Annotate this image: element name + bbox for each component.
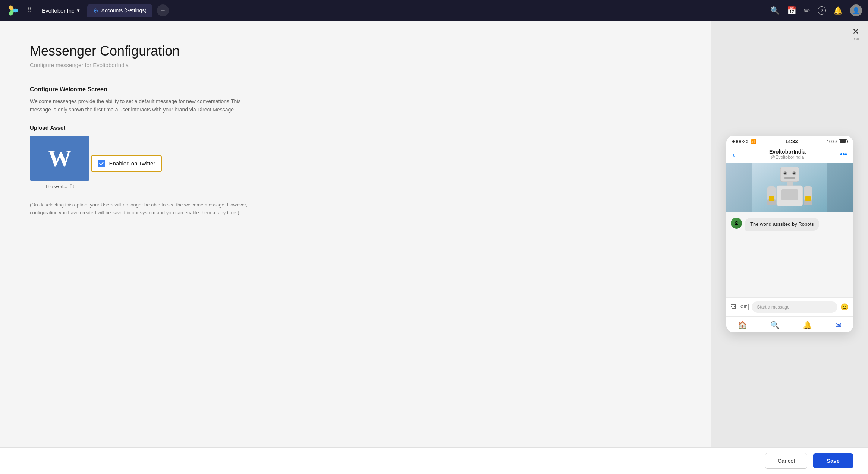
phone-message-area: ⚙ The world asssited by Robots <box>726 212 853 237</box>
asset-filename: The worl... <box>45 184 67 189</box>
account-switcher-button[interactable]: Evoltobor Inc ▾ <box>39 6 83 15</box>
emoji-icon[interactable]: 🙂 <box>840 303 849 311</box>
topnav-right-actions: 🔍 📅 ✏ ? 🔔 👤 <box>770 4 862 16</box>
svg-rect-10 <box>787 182 793 186</box>
app-logo <box>6 4 19 17</box>
phone-preview-panel: ✕ esc 📶 14:33 100% <box>711 21 868 447</box>
phone-chat-area: ⚙ The world asssited by Robots <box>726 163 853 297</box>
asset-letter: W <box>48 145 72 172</box>
asset-caption: The worl... T↕ <box>45 184 75 189</box>
close-preview-button[interactable]: ✕ esc <box>852 27 859 41</box>
phone-back-button[interactable]: ‹ <box>732 150 735 159</box>
phone-more-button[interactable]: ••• <box>840 151 847 158</box>
signal-dot-2 <box>736 140 738 143</box>
calendar-button[interactable]: 📅 <box>787 6 796 15</box>
avatar[interactable]: 👤 <box>850 4 862 16</box>
signal-dot-3 <box>739 140 741 143</box>
calendar-icon: 📅 <box>787 6 796 15</box>
svg-rect-18 <box>769 196 774 201</box>
signal-dots: 📶 <box>732 139 756 144</box>
main-content: Messenger Configuration Configure messen… <box>0 21 868 447</box>
phone-media-icons: 🖼 GIF <box>731 304 749 310</box>
add-tab-button[interactable]: + <box>157 4 169 16</box>
asset-thumbnail[interactable]: W <box>30 136 89 181</box>
wifi-icon: 📶 <box>751 139 756 144</box>
help-button[interactable]: ? <box>818 6 826 15</box>
save-button[interactable]: Save <box>813 453 853 468</box>
search-button[interactable]: 🔍 <box>770 6 780 15</box>
message-bubble: The world asssited by Robots <box>745 218 819 231</box>
phone-profile-handle: @EvoltoborIndia <box>739 155 836 160</box>
apps-icon[interactable]: ⠿ <box>24 5 34 16</box>
esc-label: esc <box>852 37 859 41</box>
edit-icon: ✏ <box>804 6 810 15</box>
signal-dot-1 <box>732 140 735 143</box>
bell-icon: 🔔 <box>833 6 843 15</box>
phone-status-bar: 📶 14:33 100% <box>726 136 853 146</box>
footer: Cancel Save <box>0 447 868 474</box>
account-name: Evoltobor Inc <box>42 7 75 14</box>
image-icon[interactable]: 🖼 <box>731 304 737 310</box>
enabled-on-twitter-checkbox[interactable] <box>98 160 105 167</box>
phone-frame: 📶 14:33 100% ‹ EvoltoborIndia @Evoltobor… <box>726 136 853 332</box>
battery-icon <box>839 139 847 143</box>
bot-avatar-icon: ⚙ <box>734 220 739 226</box>
asset-card: W The worl... T↕ <box>30 136 89 189</box>
battery-percentage: 100% <box>827 139 837 144</box>
gif-icon[interactable]: GIF <box>739 304 749 310</box>
close-icon: ✕ <box>852 27 859 37</box>
bot-avatar: ⚙ <box>731 218 742 229</box>
upload-asset-label: Upload Asset <box>30 124 682 131</box>
phone-nav-mail[interactable]: ✉ <box>835 320 842 329</box>
edit-button[interactable]: ✏ <box>804 6 810 15</box>
phone-nav-bell[interactable]: 🔔 <box>803 320 812 329</box>
phone-chat-header: ‹ EvoltoborIndia @EvoltoborIndia ••• <box>726 146 853 163</box>
top-navigation: ⠿ Evoltobor Inc ▾ ⚙ Accounts (Settings) … <box>0 0 868 21</box>
svg-rect-17 <box>805 196 811 201</box>
page-title: Messenger Configuration <box>30 43 682 59</box>
phone-nav-search[interactable]: 🔍 <box>770 320 780 329</box>
asset-resize-icon: T↕ <box>70 184 75 189</box>
phone-profile: EvoltoborIndia @EvoltoborIndia <box>739 149 836 160</box>
welcome-screen-description: Welcome messages provide the ability to … <box>30 97 261 114</box>
bot-message: ⚙ The world asssited by Robots <box>731 218 849 231</box>
svg-point-7 <box>784 173 786 174</box>
welcome-screen-section-title: Configure Welcome Screen <box>30 86 682 93</box>
phone-nav-bar: 🏠 🔍 🔔 ✉ <box>726 316 853 332</box>
phone-nav-home[interactable]: 🏠 <box>738 320 747 329</box>
help-icon: ? <box>818 6 826 15</box>
svg-rect-12 <box>781 189 798 200</box>
account-dropdown-icon: ▾ <box>77 7 80 14</box>
signal-dot-5 <box>746 140 748 143</box>
signal-dot-4 <box>742 140 745 143</box>
hero-image <box>726 163 853 212</box>
settings-tab-icon: ⚙ <box>93 7 98 14</box>
phone-time: 14:33 <box>756 139 827 144</box>
cancel-button[interactable]: Cancel <box>765 453 807 469</box>
battery-fill <box>840 140 846 143</box>
phone-battery: 100% <box>827 139 847 144</box>
checkbox-help-text: (On deselecting this option, your Users … <box>30 201 261 217</box>
phone-profile-name: EvoltoborIndia <box>739 149 836 155</box>
enabled-on-twitter-label[interactable]: Enabled on Twitter <box>109 160 155 167</box>
robot-illustration <box>752 163 827 212</box>
enabled-on-twitter-wrapper: Enabled on Twitter <box>91 155 162 172</box>
page-subtitle: Configure messenger for EvoltoborIndia <box>30 62 682 68</box>
tab-label: Accounts (Settings) <box>101 7 147 13</box>
svg-point-8 <box>793 173 795 174</box>
phone-message-input[interactable]: Start a message <box>752 301 837 313</box>
notifications-button[interactable]: 🔔 <box>833 6 843 15</box>
svg-rect-4 <box>780 167 799 182</box>
search-icon: 🔍 <box>770 6 780 15</box>
svg-rect-9 <box>784 177 795 179</box>
accounts-settings-tab[interactable]: ⚙ Accounts (Settings) <box>87 4 152 17</box>
left-panel: Messenger Configuration Configure messen… <box>0 21 711 447</box>
phone-input-bar: 🖼 GIF Start a message 🙂 <box>726 297 853 316</box>
avatar-icon: 👤 <box>852 7 860 14</box>
